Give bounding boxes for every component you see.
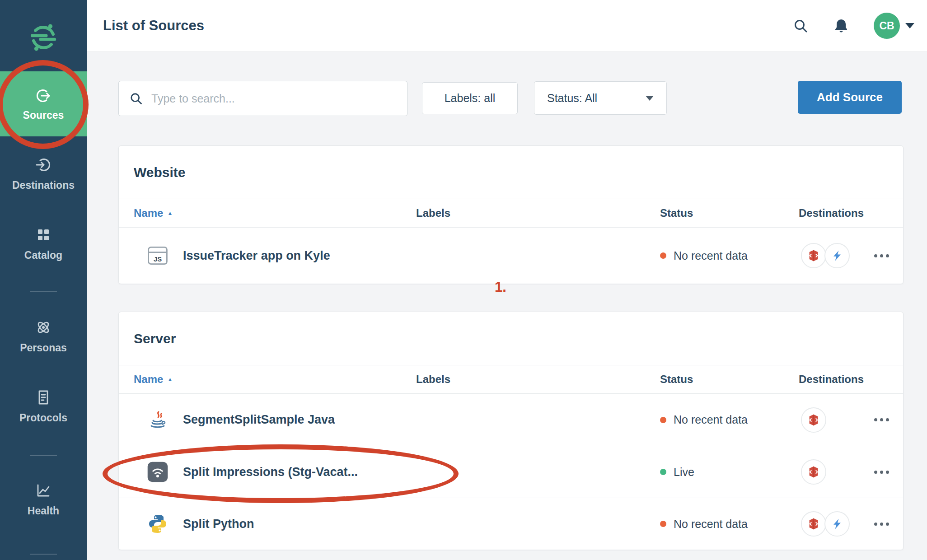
source-search — [118, 81, 407, 116]
segment-logo-icon — [28, 23, 58, 52]
column-header-name[interactable]: Name ▲ — [134, 207, 416, 219]
sidebar-divider — [30, 554, 57, 555]
status-text: No recent data — [674, 413, 748, 426]
split-impressions-icon — [145, 459, 170, 485]
search-input[interactable] — [151, 92, 397, 105]
search-icon — [129, 91, 143, 106]
status-dot — [660, 521, 666, 527]
redshift-icon — [807, 249, 820, 262]
sources-icon — [34, 87, 52, 105]
sidebar: Sources Destinations Cata — [0, 0, 87, 560]
redshift-icon — [807, 465, 820, 479]
sidebar-divider — [30, 291, 57, 292]
table-row[interactable]: JS IssueTracker app on Kyle No recent da… — [119, 228, 903, 284]
sidebar-item-destinations[interactable]: Destinations — [0, 156, 87, 191]
page-title: List of Sources — [103, 18, 204, 34]
notifications-button[interactable] — [833, 18, 849, 34]
status-dot — [660, 252, 666, 259]
column-header-labels: Labels — [416, 207, 660, 219]
sidebar-item-label: Personas — [20, 342, 67, 354]
labels-filter-button[interactable]: Labels: all — [422, 82, 518, 114]
sidebar-item-health[interactable]: Health — [0, 481, 87, 517]
destinations-cell — [799, 459, 860, 485]
row-menu-button[interactable] — [860, 516, 903, 532]
catalog-icon — [34, 226, 52, 244]
status-filter-dropdown[interactable]: Status: All — [534, 81, 667, 115]
sidebar-item-sources[interactable]: Sources — [0, 71, 87, 136]
sort-asc-icon: ▲ — [167, 210, 173, 216]
python-icon — [145, 511, 170, 537]
source-name: Split Python — [183, 517, 254, 531]
segment-logo[interactable] — [0, 23, 87, 52]
svg-text:JS: JS — [154, 256, 162, 263]
destinations-icon — [34, 156, 52, 174]
table-row[interactable]: Split Python No recent data — [119, 498, 903, 550]
status-cell: No recent data — [660, 518, 799, 531]
source-name: IssueTracker app on Kyle — [183, 249, 330, 263]
redshift-destination-badge[interactable] — [801, 511, 826, 537]
sidebar-item-catalog[interactable]: Catalog — [0, 226, 87, 261]
card-title: Server — [134, 331, 176, 346]
sidebar-item-label: Catalog — [24, 249, 62, 261]
search-icon — [792, 18, 809, 34]
redshift-icon — [807, 413, 820, 427]
redshift-icon — [807, 517, 820, 531]
status-dot — [660, 469, 666, 475]
chevron-down-icon — [905, 23, 914, 28]
avatar: CB — [874, 13, 900, 39]
account-menu[interactable]: CB — [874, 13, 914, 39]
destinations-cell — [799, 511, 860, 537]
personas-icon — [34, 318, 52, 336]
row-menu-button[interactable] — [860, 464, 903, 480]
add-source-button[interactable]: Add Source — [798, 81, 902, 114]
destinations-cell — [799, 407, 860, 433]
status-dot — [660, 417, 666, 423]
table-row[interactable]: SegmentSplitSample Java No recent data — [119, 394, 903, 446]
column-header-destinations: Destinations — [799, 373, 864, 386]
status-cell: Live — [660, 466, 799, 479]
sidebar-divider — [30, 455, 57, 456]
server-sources-card: Server Name ▲ Labels Status Destinations — [118, 312, 904, 550]
status-cell: No recent data — [660, 413, 799, 426]
column-header-name[interactable]: Name ▲ — [134, 373, 416, 386]
row-menu-button[interactable] — [860, 248, 903, 264]
source-name: Split Impressions (Stg-Vacat... — [183, 465, 358, 479]
blue-destination-badge[interactable] — [824, 243, 850, 268]
redshift-destination-badge[interactable] — [801, 407, 826, 433]
redshift-destination-badge[interactable] — [801, 459, 826, 485]
destinations-cell — [799, 243, 860, 268]
java-icon — [145, 407, 170, 433]
sidebar-item-label: Protocols — [19, 412, 67, 424]
sidebar-item-protocols[interactable]: Protocols — [0, 388, 87, 424]
sidebar-item-label: Health — [28, 505, 59, 517]
column-header-status: Status — [660, 373, 799, 386]
status-filter-value: Status: All — [547, 92, 597, 105]
blue-bolt-icon — [831, 249, 843, 262]
table-row[interactable]: Split Impressions (Stg-Vacat... Live — [119, 446, 903, 498]
table-header-row: Name ▲ Labels Status Destinations — [119, 365, 903, 394]
header-actions: CB — [792, 13, 914, 39]
sidebar-item-personas[interactable]: Personas — [0, 318, 87, 354]
top-header: List of Sources CB — [87, 0, 927, 52]
blue-bolt-icon — [831, 518, 843, 530]
status-text: No recent data — [674, 518, 748, 531]
chevron-down-icon — [646, 96, 654, 101]
sort-asc-icon: ▲ — [167, 377, 173, 382]
status-text: No recent data — [674, 249, 748, 262]
column-header-destinations: Destinations — [799, 207, 864, 219]
website-sources-card: Website Name ▲ Labels Status Destination… — [118, 145, 904, 284]
search-button[interactable] — [792, 18, 809, 34]
blue-destination-badge[interactable] — [824, 511, 850, 537]
redshift-destination-badge[interactable] — [801, 243, 826, 268]
table-header-row: Name ▲ Labels Status Destinations — [119, 199, 903, 228]
app-window: Sources Destinations Cata — [0, 0, 927, 560]
source-name: SegmentSplitSample Java — [183, 413, 335, 427]
sidebar-item-label: Destinations — [12, 179, 75, 191]
protocols-icon — [34, 388, 52, 406]
bell-icon — [833, 18, 849, 34]
row-menu-button[interactable] — [860, 412, 903, 428]
javascript-icon: JS — [145, 243, 170, 268]
column-header-labels: Labels — [416, 373, 660, 386]
card-title: Website — [134, 165, 185, 180]
health-icon — [34, 481, 52, 499]
